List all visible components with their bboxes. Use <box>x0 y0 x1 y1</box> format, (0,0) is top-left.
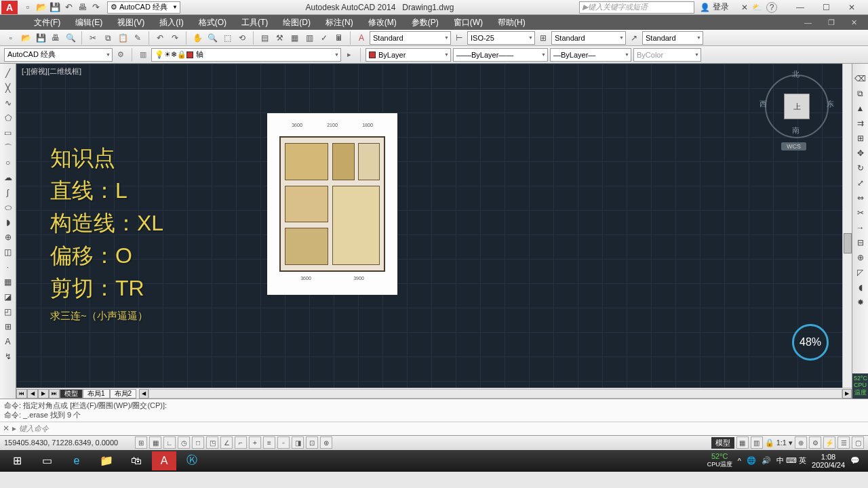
drawing-canvas[interactable]: [-][俯视][二维线框] 知识点 直线：L 构造线：XL 偏移：O 剪切：TR… <box>16 64 842 388</box>
snap-icon[interactable]: ⊞ <box>135 436 147 449</box>
pan-icon[interactable]: ✋ <box>191 31 204 45</box>
ellipse-icon[interactable]: ⬭ <box>1 201 15 214</box>
mirror-icon[interactable]: ▲ <box>854 102 867 115</box>
ws-switch-icon[interactable]: ⚙ <box>809 436 821 449</box>
line-icon[interactable]: ╱ <box>1 66 15 80</box>
cmd-prompt-icon[interactable]: ✕ <box>3 424 9 433</box>
gradient-icon[interactable]: ◪ <box>1 290 15 304</box>
join-icon[interactable]: ⊕ <box>854 251 867 264</box>
am-icon[interactable]: ⊕ <box>320 436 332 449</box>
3dosnap-icon[interactable]: ◳ <box>206 436 218 449</box>
workspace-select[interactable]: AutoCAD 经典 <box>4 48 113 62</box>
explode-icon[interactable]: ✸ <box>854 296 867 309</box>
new-icon[interactable]: ▫ <box>4 31 18 45</box>
designcenter-icon[interactable]: ⚒ <box>273 31 286 45</box>
rotate-icon[interactable]: ↻ <box>854 161 867 175</box>
markup-icon[interactable]: ✓ <box>317 31 331 45</box>
text-icon[interactable]: A <box>1 335 15 348</box>
match-icon[interactable]: ✎ <box>131 31 144 45</box>
isolate-icon[interactable]: ☰ <box>837 436 850 449</box>
tab-layout2[interactable]: 布局2 <box>110 389 137 399</box>
status-qv-icon[interactable]: ▥ <box>751 436 763 449</box>
break-icon[interactable]: ⊟ <box>854 236 867 249</box>
tray-vol-icon[interactable]: 🔊 <box>762 456 771 465</box>
dim-style-select[interactable]: ISO-25 <box>467 31 535 45</box>
layer-props-icon[interactable]: ▥ <box>137 49 149 61</box>
clean-icon[interactable]: ▢ <box>852 436 864 449</box>
qat-undo-icon[interactable]: ↶ <box>62 1 75 14</box>
lwt-icon[interactable]: ≡ <box>263 436 275 449</box>
search-input[interactable]: ▶ 键入关键字或短语 <box>579 1 694 14</box>
qat-redo-icon[interactable]: ↷ <box>90 1 102 14</box>
undo-icon[interactable]: ↶ <box>153 31 167 45</box>
toolpalettes-icon[interactable]: ▦ <box>288 31 301 45</box>
menu-file[interactable]: 文件(F) <box>27 15 67 30</box>
annot-style-select[interactable]: Standard <box>370 31 451 45</box>
tab-next-icon[interactable]: ▶ <box>38 389 49 399</box>
tray-ime[interactable]: 中 ⌨ 英 <box>776 455 806 466</box>
menu-modify[interactable]: 修改(M) <box>361 15 403 30</box>
explorer-icon[interactable]: 📁 <box>92 451 121 470</box>
menu-draw[interactable]: 绘图(D) <box>276 15 317 30</box>
chamfer-icon[interactable]: ◸ <box>854 266 867 279</box>
paste-icon[interactable]: 📋 <box>116 31 130 45</box>
rectangle-icon[interactable]: ▭ <box>1 126 15 140</box>
tab-first-icon[interactable]: ⏮ <box>16 389 27 399</box>
sheetset-icon[interactable]: ▥ <box>302 31 316 45</box>
tab-prev-icon[interactable]: ◀ <box>27 389 38 399</box>
point-icon[interactable]: · <box>1 260 15 274</box>
table-draw-icon[interactable]: ⊞ <box>1 320 15 333</box>
extend-icon[interactable]: → <box>854 221 867 235</box>
menu-param[interactable]: 参数(P) <box>405 15 446 30</box>
annot-scale[interactable]: 🔒 1:1 ▾ <box>765 439 793 447</box>
qat-open-icon[interactable]: 📂 <box>35 1 47 14</box>
cloud-icon[interactable]: ⛅ <box>752 3 762 12</box>
zoom-win-icon[interactable]: ⬚ <box>220 31 234 45</box>
tab-last-icon[interactable]: ⏭ <box>49 389 60 399</box>
arc-icon[interactable]: ⌒ <box>1 141 15 155</box>
stretch-icon[interactable]: ⇔ <box>854 191 867 205</box>
trim-icon[interactable]: ✂ <box>854 206 867 220</box>
doc-max-icon[interactable]: ❐ <box>821 16 842 29</box>
mleader-icon[interactable]: ↗ <box>627 31 641 45</box>
command-input[interactable]: 键入命令 <box>19 424 865 434</box>
lineweight-select[interactable]: — ByLayer — <box>550 48 631 62</box>
ellipse-arc-icon[interactable]: ◗ <box>1 216 15 229</box>
tray-notif-icon[interactable]: 💬 <box>850 456 860 465</box>
spline-icon[interactable]: ∫ <box>1 186 15 199</box>
redo-icon[interactable]: ↷ <box>168 31 182 45</box>
xline-icon[interactable]: ╳ <box>1 81 15 95</box>
calc-icon[interactable]: 🖩 <box>332 31 346 45</box>
table-icon[interactable]: ⊞ <box>536 31 550 45</box>
ortho-icon[interactable]: ∟ <box>163 436 176 449</box>
hw-accel-icon[interactable]: ⚡ <box>823 436 835 449</box>
menu-tools[interactable]: 工具(T) <box>235 15 275 30</box>
status-grid2-icon[interactable]: ▦ <box>736 436 749 449</box>
tpy-icon[interactable]: ▫ <box>277 436 290 449</box>
zoom-icon[interactable]: 🔍 <box>205 31 219 45</box>
dyn-icon[interactable]: + <box>249 436 261 449</box>
annot-vis-icon[interactable]: ⊕ <box>795 436 807 449</box>
preview-icon[interactable]: 🔍 <box>64 31 77 45</box>
save-icon[interactable]: 💾 <box>34 31 47 45</box>
qat-new-icon[interactable]: ▫ <box>22 1 34 14</box>
qat-save-icon[interactable]: 💾 <box>49 1 61 14</box>
otrack-icon[interactable]: ∠ <box>220 436 233 449</box>
doc-close-icon[interactable]: ✕ <box>844 16 864 29</box>
text-style-select[interactable]: Standard <box>642 31 703 45</box>
menu-window[interactable]: 窗口(W) <box>447 15 490 30</box>
annot-icon[interactable]: A <box>355 31 368 45</box>
color-select[interactable]: ByLayer <box>366 48 451 62</box>
viewport-label[interactable]: [-][俯视][二维线框] <box>22 66 81 77</box>
maximize-button[interactable]: ☐ <box>816 3 835 12</box>
menu-edit[interactable]: 编辑(E) <box>68 15 109 30</box>
addsel-icon[interactable]: ↯ <box>1 350 15 363</box>
cmd-recent-icon[interactable]: ▸ <box>12 424 16 433</box>
status-model[interactable]: 模型 <box>711 437 734 449</box>
linetype-select[interactable]: —— ByLayer —— <box>453 48 548 62</box>
workspace-selector[interactable]: ⚙AutoCAD 经典 <box>107 1 180 14</box>
horizontal-scrollbar[interactable]: ◀▶ <box>139 388 852 399</box>
tray-net-icon[interactable]: 🌐 <box>747 456 756 465</box>
array-icon[interactable]: ⊞ <box>854 131 867 145</box>
osnap-icon[interactable]: □ <box>192 436 204 449</box>
